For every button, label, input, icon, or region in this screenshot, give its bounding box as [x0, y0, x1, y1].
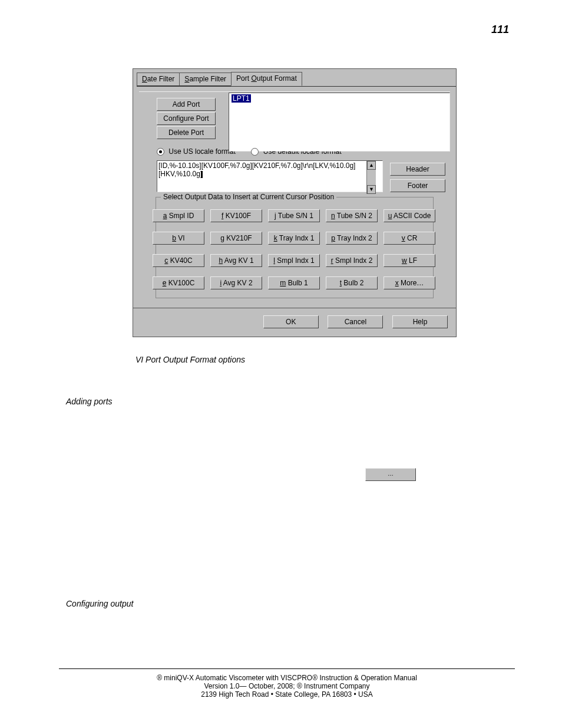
header-button[interactable]: Header: [390, 163, 445, 176]
btn-smpl-id[interactable]: a Smpl ID: [153, 209, 204, 222]
page-number: 111: [59, 24, 515, 36]
text-cursor: [201, 171, 203, 178]
add-port-button[interactable]: Add Port: [157, 98, 216, 111]
btn-kv210f[interactable]: g KV210F: [210, 232, 262, 245]
tab-strip: Date Filter Sample Filter Port Output Fo…: [137, 71, 456, 87]
btn-kv40c[interactable]: c KV40C: [153, 254, 204, 267]
port-list-item-selected[interactable]: LPT1: [232, 94, 251, 103]
configure-port-button[interactable]: Configure Port: [157, 112, 216, 125]
page-footer: ® miniQV-X Automatic Viscometer with VIS…: [59, 668, 515, 699]
radio-us-locale-label: Use US locale format: [168, 147, 235, 156]
ok-button[interactable]: OK: [263, 315, 319, 328]
btn-tray-indx2[interactable]: p Tray Indx 2: [326, 232, 378, 245]
radio-default-locale[interactable]: [251, 148, 259, 156]
scroll-up-icon[interactable]: ▲: [367, 161, 376, 170]
btn-tray-indx1[interactable]: k Tray Indx 1: [268, 232, 320, 245]
cancel-button[interactable]: Cancel: [328, 315, 383, 328]
btn-vi[interactable]: b VI: [153, 232, 204, 245]
heading-adding-ports: Adding ports: [66, 397, 515, 406]
format-string-textbox[interactable]: [ID,%-10.10s][KV100F,%7.0g][KV210F,%7.0g…: [157, 160, 383, 192]
btn-smpl-indx1[interactable]: l Smpl Indx 1: [268, 254, 320, 267]
btn-cr[interactable]: v CR: [384, 232, 435, 245]
btn-lf[interactable]: w LF: [384, 254, 435, 267]
btn-ascii-code[interactable]: u ASCII Code: [384, 209, 435, 222]
btn-avg-kv2[interactable]: i Avg KV 2: [210, 276, 262, 289]
delete-port-button[interactable]: Delete Port: [157, 126, 216, 139]
btn-tube-sn2[interactable]: n Tube S/N 2: [326, 209, 378, 222]
btn-more[interactable]: x More…: [384, 276, 435, 289]
btn-bulb1[interactable]: m Bulb 1: [268, 276, 320, 289]
radio-us-locale[interactable]: [157, 148, 164, 156]
heading-configuring-output: Configuring output: [66, 599, 515, 608]
port-list[interactable]: LPT1: [229, 93, 450, 151]
btn-kv100c[interactable]: e KV100C: [153, 276, 204, 289]
btn-avg-kv1[interactable]: h Avg KV 1: [210, 254, 262, 267]
format-scrollbar[interactable]: ▲ ▼: [366, 161, 376, 194]
btn-kv100f[interactable]: f KV100F: [210, 209, 262, 222]
figure-caption: VI Port Output Format options: [135, 355, 515, 364]
ellipsis-button[interactable]: …: [365, 468, 416, 481]
port-output-format-dialog: Date Filter Sample Filter Port Output Fo…: [133, 68, 457, 337]
tab-date-filter[interactable]: Date Filter: [137, 73, 180, 86]
footer-button[interactable]: Footer: [390, 179, 445, 192]
tab-port-output-format[interactable]: Port Output Format: [231, 72, 302, 86]
btn-smpl-indx2[interactable]: r Smpl Indx 2: [326, 254, 378, 267]
insert-output-data-group: Select Output Data to Insert at Current …: [156, 197, 434, 298]
scroll-down-icon[interactable]: ▼: [367, 185, 376, 194]
btn-tube-sn1[interactable]: j Tube S/N 1: [268, 209, 320, 222]
help-button[interactable]: Help: [392, 315, 448, 328]
insert-output-data-legend: Select Output Data to Insert at Current …: [161, 193, 336, 201]
tab-sample-filter[interactable]: Sample Filter: [179, 73, 232, 86]
btn-bulb2[interactable]: t Bulb 2: [326, 276, 378, 289]
